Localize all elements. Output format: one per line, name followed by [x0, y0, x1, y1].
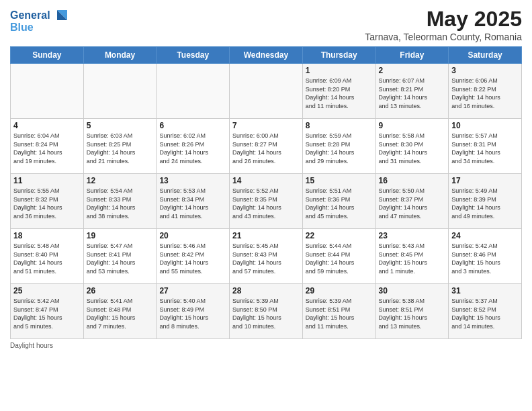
day-number: 28 — [232, 286, 300, 295]
day-number: 24 — [451, 231, 519, 240]
calendar-cell — [83, 64, 157, 119]
day-info: Sunrise: 5:46 AM Sunset: 8:42 PM Dayligh… — [159, 242, 226, 275]
footer-note: Daylight hours — [10, 342, 522, 349]
day-number: 25 — [13, 286, 81, 295]
day-number: 21 — [232, 231, 300, 240]
day-info: Sunrise: 5:38 AM Sunset: 8:51 PM Dayligh… — [379, 297, 446, 330]
day-info: Sunrise: 5:37 AM Sunset: 8:52 PM Dayligh… — [451, 297, 519, 330]
logo-text: General Blue — [10, 7, 71, 38]
calendar-cell: 11Sunrise: 5:55 AM Sunset: 8:32 PM Dayli… — [11, 174, 84, 229]
main-title: May 2025 — [365, 7, 522, 32]
calendar-cell: 6Sunrise: 6:02 AM Sunset: 8:26 PM Daylig… — [157, 119, 230, 174]
day-info: Sunrise: 5:40 AM Sunset: 8:49 PM Dayligh… — [159, 297, 226, 330]
day-number: 23 — [379, 231, 446, 240]
day-number: 17 — [451, 176, 519, 185]
calendar-cell: 3Sunrise: 6:06 AM Sunset: 8:22 PM Daylig… — [449, 64, 522, 119]
calendar-week-3: 11Sunrise: 5:55 AM Sunset: 8:32 PM Dayli… — [11, 174, 522, 229]
day-info: Sunrise: 5:39 AM Sunset: 8:50 PM Dayligh… — [232, 297, 300, 330]
day-number: 29 — [306, 286, 373, 295]
day-number: 5 — [87, 121, 154, 130]
day-info: Sunrise: 5:52 AM Sunset: 8:35 PM Dayligh… — [232, 187, 300, 220]
day-number: 27 — [159, 286, 226, 295]
calendar-week-1: 1Sunrise: 6:09 AM Sunset: 8:20 PM Daylig… — [11, 64, 522, 119]
day-number: 20 — [159, 231, 226, 240]
calendar-cell: 9Sunrise: 5:58 AM Sunset: 8:30 PM Daylig… — [375, 119, 449, 174]
day-info: Sunrise: 5:57 AM Sunset: 8:31 PM Dayligh… — [451, 132, 519, 165]
day-number: 10 — [451, 121, 519, 130]
calendar-dow-friday: Friday — [375, 47, 449, 64]
day-info: Sunrise: 5:48 AM Sunset: 8:40 PM Dayligh… — [13, 242, 81, 275]
calendar-dow-monday: Monday — [83, 47, 157, 64]
day-number: 8 — [306, 121, 373, 130]
calendar-dow-tuesday: Tuesday — [157, 47, 230, 64]
day-number: 15 — [306, 176, 373, 185]
day-info: Sunrise: 6:04 AM Sunset: 8:24 PM Dayligh… — [13, 132, 81, 165]
calendar-cell: 2Sunrise: 6:07 AM Sunset: 8:21 PM Daylig… — [375, 64, 449, 119]
day-number: 31 — [451, 286, 519, 295]
calendar-cell: 22Sunrise: 5:44 AM Sunset: 8:44 PM Dayli… — [302, 229, 375, 284]
daylight-label: Daylight hours — [10, 342, 53, 349]
day-info: Sunrise: 6:06 AM Sunset: 8:22 PM Dayligh… — [451, 77, 519, 110]
day-info: Sunrise: 5:42 AM Sunset: 8:46 PM Dayligh… — [451, 242, 519, 275]
day-number: 9 — [379, 121, 446, 130]
day-info: Sunrise: 5:53 AM Sunset: 8:34 PM Dayligh… — [159, 187, 226, 220]
calendar-week-2: 4Sunrise: 6:04 AM Sunset: 8:24 PM Daylig… — [11, 119, 522, 174]
day-info: Sunrise: 5:51 AM Sunset: 8:36 PM Dayligh… — [306, 187, 373, 220]
day-info: Sunrise: 5:50 AM Sunset: 8:37 PM Dayligh… — [379, 187, 446, 220]
calendar-cell: 15Sunrise: 5:51 AM Sunset: 8:36 PM Dayli… — [302, 174, 375, 229]
day-info: Sunrise: 5:59 AM Sunset: 8:28 PM Dayligh… — [306, 132, 373, 165]
calendar-cell: 28Sunrise: 5:39 AM Sunset: 8:50 PM Dayli… — [230, 284, 303, 339]
calendar-dow-thursday: Thursday — [302, 47, 375, 64]
day-number: 30 — [379, 286, 446, 295]
day-info: Sunrise: 5:41 AM Sunset: 8:48 PM Dayligh… — [87, 297, 154, 330]
day-info: Sunrise: 5:42 AM Sunset: 8:47 PM Dayligh… — [13, 297, 81, 330]
calendar-cell — [157, 64, 230, 119]
day-number: 3 — [451, 66, 519, 75]
calendar-cell: 8Sunrise: 5:59 AM Sunset: 8:28 PM Daylig… — [302, 119, 375, 174]
day-info: Sunrise: 5:44 AM Sunset: 8:44 PM Dayligh… — [306, 242, 373, 275]
title-block: May 2025 Tarnava, Teleorman County, Roma… — [365, 7, 522, 42]
calendar: SundayMondayTuesdayWednesdayThursdayFrid… — [10, 46, 522, 339]
day-number: 14 — [232, 176, 300, 185]
calendar-cell: 29Sunrise: 5:39 AM Sunset: 8:51 PM Dayli… — [302, 284, 375, 339]
day-info: Sunrise: 5:39 AM Sunset: 8:51 PM Dayligh… — [306, 297, 373, 330]
day-info: Sunrise: 6:00 AM Sunset: 8:27 PM Dayligh… — [232, 132, 300, 165]
day-number: 13 — [159, 176, 226, 185]
day-number: 22 — [306, 231, 373, 240]
day-number: 26 — [87, 286, 154, 295]
calendar-cell: 23Sunrise: 5:43 AM Sunset: 8:45 PM Dayli… — [375, 229, 449, 284]
calendar-cell: 18Sunrise: 5:48 AM Sunset: 8:40 PM Dayli… — [11, 229, 84, 284]
calendar-cell: 27Sunrise: 5:40 AM Sunset: 8:49 PM Dayli… — [157, 284, 230, 339]
day-number: 12 — [87, 176, 154, 185]
calendar-cell: 19Sunrise: 5:47 AM Sunset: 8:41 PM Dayli… — [83, 229, 157, 284]
day-number: 7 — [232, 121, 300, 130]
calendar-cell: 16Sunrise: 5:50 AM Sunset: 8:37 PM Dayli… — [375, 174, 449, 229]
calendar-cell: 10Sunrise: 5:57 AM Sunset: 8:31 PM Dayli… — [449, 119, 522, 174]
day-info: Sunrise: 5:54 AM Sunset: 8:33 PM Dayligh… — [87, 187, 154, 220]
svg-text:Blue: Blue — [10, 21, 34, 33]
day-info: Sunrise: 5:55 AM Sunset: 8:32 PM Dayligh… — [13, 187, 81, 220]
calendar-cell: 17Sunrise: 5:49 AM Sunset: 8:39 PM Dayli… — [449, 174, 522, 229]
day-info: Sunrise: 5:45 AM Sunset: 8:43 PM Dayligh… — [232, 242, 300, 275]
calendar-cell: 20Sunrise: 5:46 AM Sunset: 8:42 PM Dayli… — [157, 229, 230, 284]
day-number: 11 — [13, 176, 81, 185]
calendar-cell: 7Sunrise: 6:00 AM Sunset: 8:27 PM Daylig… — [230, 119, 303, 174]
day-number: 4 — [13, 121, 81, 130]
calendar-cell: 26Sunrise: 5:41 AM Sunset: 8:48 PM Dayli… — [83, 284, 157, 339]
calendar-cell: 14Sunrise: 5:52 AM Sunset: 8:35 PM Dayli… — [230, 174, 303, 229]
day-number: 1 — [306, 66, 373, 75]
page: General Blue May 2025 Tarnava, Teleorman… — [0, 0, 532, 411]
day-info: Sunrise: 5:43 AM Sunset: 8:45 PM Dayligh… — [379, 242, 446, 275]
calendar-cell: 5Sunrise: 6:03 AM Sunset: 8:25 PM Daylig… — [83, 119, 157, 174]
calendar-dow-sunday: Sunday — [11, 47, 84, 64]
day-info: Sunrise: 6:07 AM Sunset: 8:21 PM Dayligh… — [379, 77, 446, 110]
day-number: 2 — [379, 66, 446, 75]
day-number: 6 — [159, 121, 226, 130]
svg-text:General: General — [10, 9, 50, 21]
logo: General Blue — [10, 7, 71, 38]
calendar-cell — [11, 64, 84, 119]
calendar-week-4: 18Sunrise: 5:48 AM Sunset: 8:40 PM Dayli… — [11, 229, 522, 284]
calendar-cell: 4Sunrise: 6:04 AM Sunset: 8:24 PM Daylig… — [11, 119, 84, 174]
day-info: Sunrise: 5:47 AM Sunset: 8:41 PM Dayligh… — [87, 242, 154, 275]
calendar-cell: 21Sunrise: 5:45 AM Sunset: 8:43 PM Dayli… — [230, 229, 303, 284]
